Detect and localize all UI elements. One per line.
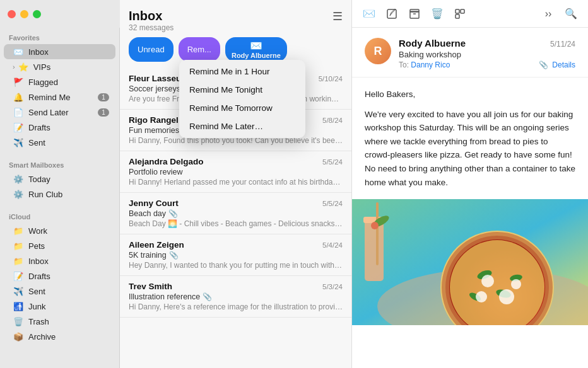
sidebar-item-junk[interactable]: 🚮 Junk [4,299,115,314]
favorites-section-label: Favorites [0,28,119,44]
attachment-icon: 📎 [168,209,178,218]
mail-item[interactable]: Alejandra Delgado 5/5/24 Portfolio revie… [120,151,351,193]
dropdown-item-later[interactable]: Remind Me Later… [179,117,305,135]
sidebar-item-inbox[interactable]: ✉️ Inbox [4,44,115,59]
sidebar-item-label: Archive [28,332,109,342]
mail-sender: Aileen Zeigen [129,240,184,250]
svg-rect-22 [376,202,379,265]
unread-filter-button[interactable]: Unread [129,37,173,62]
smart-section-label: Smart Mailboxes [0,155,119,171]
mail-subject: Beach day 📎 [129,209,343,218]
sidebar-item-pets[interactable]: 📁 Pets [4,238,115,253]
mail-item-header: Aileen Zeigen 5/4/24 [129,240,343,250]
drafts-icon: 📝 [13,122,24,133]
sidebar-item-archive[interactable]: 📦 Archive [4,329,115,344]
remind-icon: 🔔 [13,91,24,103]
email-from: Rody Albuerne [399,38,466,49]
dropdown-item-tomorrow[interactable]: Remind Me Tomorrow [179,99,305,117]
sidebar-item-vips[interactable]: › ⭐ VIPs [4,59,115,74]
svg-point-15 [481,275,494,287]
junk-icon: 🚮 [13,301,24,312]
mail-item[interactable]: Jenny Court 5/5/24 Beach day 📎 Beach Day… [120,193,351,234]
sidebar-item-run-club[interactable]: ⚙️ Run Club [4,187,115,202]
sidebar-item-label: VIPs [33,62,109,72]
dropdown-item-tonight[interactable]: Remind Me Tonight [179,81,305,99]
sidebar-item-label: Pets [28,241,109,251]
maximize-button[interactable] [33,10,41,18]
search-icon[interactable]: 🔍 [564,7,578,21]
sidebar-item-icloud-drafts[interactable]: 📝 Drafts [4,268,115,284]
mail-date: 5/5/24 [322,200,343,207]
delete-icon[interactable]: 🗑️ [430,7,444,21]
sidebar-item-drafts[interactable]: 📝 Drafts [4,120,115,135]
svg-rect-4 [461,9,464,13]
sidebar-item-label: Flagged [28,78,109,87]
run-club-icon: ⚙️ [13,188,24,200]
icloud-drafts-icon: 📝 [13,270,24,282]
details-link[interactable]: Details [552,60,575,69]
mail-item-header: Alejandra Delgado 5/5/24 [129,157,343,166]
more-icon[interactable]: ›› [541,7,555,21]
close-button[interactable] [8,10,16,18]
svg-rect-5 [456,14,459,18]
rody-filter-icon: ✉️ [250,40,262,52]
sent-icon: ✈️ [13,137,24,148]
move-icon[interactable] [453,7,467,21]
sidebar-item-flagged[interactable]: 🚩 Flagged [4,74,115,89]
email-subject: Baking workshop [399,50,575,59]
sidebar-item-work[interactable]: 📁 Work [4,223,115,238]
mail-item[interactable]: Trev Smith 5/3/24 Illustration reference… [120,276,351,318]
mail-sender: Jenny Court [129,198,179,208]
email-to-row: To: Danny Rico 📎 Details [399,60,575,69]
mail-sender: Trev Smith [129,282,172,291]
email-to-link[interactable]: Danny Rico [411,60,450,69]
mail-list-header: Inbox ☰ 32 messages Unread Rem... ✉️ Rod… [120,0,351,68]
email-body: Hello Bakers, We're very excited to have… [352,78,588,199]
mail-date: 5/8/24 [322,117,343,124]
mail-date: 5/5/24 [322,158,343,166]
sidebar: Favorites ✉️ Inbox › ⭐ VIPs 🚩 Flagged 🔔 … [0,0,120,368]
svg-point-24 [371,222,379,229]
filter-icon[interactable]: ☰ [332,9,343,23]
sidebar-item-label: Send Later [28,108,98,117]
send-later-badge: 1 [98,108,109,117]
icloud-inbox-icon: 📁 [13,255,24,267]
reading-content: R Rody Albuerne 5/11/24 Baking workshop … [352,28,588,368]
rody-filter-button[interactable]: ✉️ Rody Albuerne [225,37,287,62]
mail-preview: Hi Danny, Here's a reference image for t… [129,302,343,311]
sidebar-item-trash[interactable]: 🗑️ Trash [4,314,115,329]
dropdown-item-1hour[interactable]: Remind Me in 1 Hour [179,62,305,81]
mail-subject: Illustration reference 📎 [129,292,343,301]
sidebar-item-sent[interactable]: ✈️ Sent [4,135,115,150]
sidebar-item-remind-me[interactable]: 🔔 Remind Me 1 [4,89,115,105]
reading-pane: ✉️ 🗑️ ›› 🔍 R Rody Albuerne 5/11/24 Bakin… [352,0,588,368]
mail-item[interactable]: Aileen Zeigen 5/4/24 5K training 📎 Hey D… [120,234,351,276]
sidebar-item-icloud-inbox[interactable]: 📁 Inbox [4,253,115,268]
sidebar-item-label: Today [28,175,109,184]
compose-icon[interactable] [385,7,399,21]
sidebar-item-icloud-sent[interactable]: ✈️ Sent [4,284,115,299]
rody-filter-label: Rody Albuerne [232,52,281,59]
mail-preview: Hi Danny! Herland passed me your contact… [129,178,343,187]
message-count: 32 messages [129,23,343,32]
sidebar-item-label: Work [28,226,109,236]
sidebar-item-label: Remind Me [28,93,98,102]
sidebar-item-label: Junk [28,302,109,311]
archive-icon: 📦 [13,331,24,342]
sidebar-item-label: Sent [28,138,109,147]
email-header-info: Rody Albuerne 5/11/24 Baking workshop To… [399,38,575,69]
attachment-icon: 📎 [539,60,548,69]
vip-icon: ⭐ [18,61,29,72]
archive-toolbar-icon[interactable] [408,7,421,21]
sidebar-item-today[interactable]: ⚙️ Today [4,171,115,187]
remind-dropdown: Remind Me in 1 Hour Remind Me Tonight Re… [179,60,305,138]
trash-icon: 🗑️ [13,316,24,327]
reply-icon[interactable]: ✉️ [362,7,376,21]
pizza-image [352,199,588,325]
svg-point-16 [499,289,514,304]
remind-filter-button[interactable]: Rem... [179,37,220,62]
email-image [352,199,588,325]
sidebar-item-send-later[interactable]: 📄 Send Later 1 [4,105,115,120]
minimize-button[interactable] [20,10,28,18]
mail-date: 5/3/24 [322,283,343,290]
